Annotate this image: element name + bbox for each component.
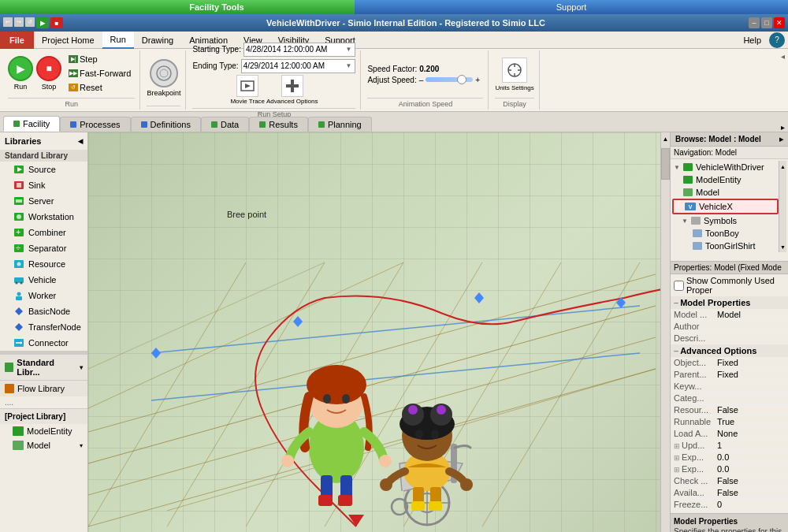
- tree-item-symbols[interactable]: ▼ Symbols: [672, 214, 779, 227]
- sidebar-item-transfernode[interactable]: TransferNode: [0, 319, 87, 335]
- svg-point-82: [380, 478, 392, 491]
- tab-processes[interactable]: Processes: [60, 117, 130, 132]
- tree-item-vehiclewithdriver[interactable]: ▼ VehicleWithDriver: [672, 161, 779, 173]
- svg-rect-63: [318, 495, 333, 506]
- canvas-vscrollbar[interactable]: ▲ ▼: [660, 132, 670, 532]
- tree-item-vehiclex[interactable]: V VehicleX: [672, 199, 779, 214]
- prop-object-type: Object... Fixed: [671, 357, 788, 369]
- reset-button[interactable]: ↺ Reset: [65, 81, 135, 94]
- speed-factor-value: 0.200: [419, 65, 439, 73]
- units-settings-label: Units Settings: [495, 84, 533, 91]
- sidebar-item-worker[interactable]: Worker: [0, 288, 87, 303]
- tree-scroll-up[interactable]: ▲: [779, 161, 786, 172]
- sidebar-item-source[interactable]: Source: [0, 162, 87, 177]
- flow-lib-button[interactable]: Flow Library: [0, 380, 87, 396]
- scroll-thumb-v[interactable]: [661, 148, 670, 180]
- tree-vscrollbar[interactable]: ▲ ▼: [779, 161, 786, 252]
- run-button[interactable]: ▶: [8, 56, 33, 81]
- speed-minus[interactable]: –: [419, 76, 424, 84]
- title-bar-controls: – □ ✕: [749, 17, 785, 28]
- sidebar-collapse-button[interactable]: ◂: [78, 136, 83, 147]
- step-button[interactable]: ▶| Step: [65, 53, 135, 65]
- speed-factor-label: Speed Factor:: [367, 65, 417, 73]
- tree-item-model[interactable]: Model: [672, 186, 779, 199]
- tree-arrow-symbols: ▼: [682, 218, 688, 225]
- model-props-section-header[interactable]: – Model Properties: [671, 296, 788, 309]
- svg-point-26: [16, 282, 18, 285]
- sidebar-item-resource[interactable]: Resource: [0, 256, 87, 272]
- title-bar: ↩ ↪ ↺ ▶ ■ VehicleWithDriver - Simio Inte…: [0, 14, 788, 32]
- sidebar-item-connector[interactable]: Connector: [0, 335, 87, 351]
- stop-button[interactable]: ■: [36, 56, 61, 81]
- tree-item-model-entity[interactable]: ModelEntity: [672, 173, 779, 186]
- sidebar-item-basicnode[interactable]: BasicNode: [0, 303, 87, 319]
- tab-bar: Facility Processes Definitions Data Resu…: [0, 112, 788, 132]
- project-home-menu[interactable]: Project Home: [34, 32, 102, 49]
- minimize-button[interactable]: –: [749, 17, 760, 28]
- fast-forward-button[interactable]: ▶▶ Fast-Forward: [65, 67, 135, 80]
- advanced-options-section-header[interactable]: – Advanced Options: [671, 344, 788, 357]
- speed-slider[interactable]: [426, 77, 473, 82]
- ribbon-collapse-button[interactable]: ◂: [781, 52, 785, 61]
- animation-speed-group-label: Animation Speed: [367, 98, 483, 108]
- svg-point-81: [431, 430, 439, 439]
- file-menu[interactable]: File: [0, 32, 34, 49]
- tree-item-toonboy[interactable]: ToonBoy: [672, 227, 779, 240]
- starting-type-combo[interactable]: 4/28/2014 12:00:00 AM ▼: [243, 43, 355, 57]
- prop-runnable: Runnable True: [671, 416, 788, 428]
- sidebar-item-combiner[interactable]: + Combiner: [0, 225, 87, 240]
- help-button[interactable]: Help: [735, 32, 769, 49]
- definitions-tab-label: Definitions: [151, 120, 191, 129]
- svg-point-59: [323, 394, 331, 404]
- tab-planning[interactable]: Planning: [308, 117, 372, 132]
- advanced-options-collapse[interactable]: –: [674, 346, 678, 355]
- advanced-options-button[interactable]: Advanced Options: [266, 75, 318, 105]
- tab-definitions[interactable]: Definitions: [131, 117, 201, 132]
- tab-facility[interactable]: Facility: [3, 116, 60, 132]
- sidebar-item-model[interactable]: Model ▾: [0, 438, 87, 452]
- breakpoint-group: Breakpoint: [142, 50, 186, 110]
- movie-trace-button[interactable]: Movie Trace: [230, 75, 265, 105]
- tree-scroll-down[interactable]: ▼: [779, 241, 786, 252]
- speed-plus[interactable]: +: [475, 76, 480, 84]
- sidebar-item-model-entity[interactable]: ModelEntity: [0, 424, 87, 438]
- close-button[interactable]: ✕: [774, 17, 785, 28]
- tree-arrow-vwd: ▼: [674, 164, 680, 171]
- sidebar-item-separator[interactable]: ÷ Separator: [0, 240, 87, 256]
- svg-point-80: [415, 430, 423, 439]
- model-props-collapse[interactable]: –: [674, 298, 678, 307]
- flowlib-icon: [5, 384, 14, 393]
- ending-type-combo[interactable]: 4/29/2014 12:00:00 AM ▼: [241, 59, 356, 73]
- scroll-up-arrow[interactable]: ▲: [661, 132, 670, 145]
- canvas-area[interactable]: Bree point: [88, 132, 670, 532]
- menu-bar: File Project Home Run Drawing Animation …: [0, 32, 788, 49]
- help-icon[interactable]: ?: [769, 32, 785, 48]
- breakpoint-button[interactable]: [150, 59, 178, 87]
- canvas-scroll-right[interactable]: ▸: [778, 123, 788, 132]
- sidebar-item-vehicle[interactable]: Vehicle: [0, 272, 87, 288]
- symbols-icon: [691, 217, 701, 225]
- run-menu[interactable]: Run: [102, 32, 134, 49]
- sidebar-item-workstation[interactable]: Workstation: [0, 209, 87, 225]
- restore-button[interactable]: □: [761, 17, 772, 28]
- standard-lib-expand-button[interactable]: Standard Libr... ▾: [0, 354, 87, 380]
- project-lib-header: [Project Library]: [0, 408, 87, 424]
- main-content: Libraries ◂ Standard Library Source Sink…: [0, 132, 788, 532]
- units-settings-button[interactable]: [502, 58, 527, 83]
- ribbon: ▶ Run ■ Stop ▶| Step ▶▶ Fast-Forward ↺ R…: [0, 49, 788, 112]
- sidebar-item-server[interactable]: Server: [0, 193, 87, 209]
- browse-expand-button[interactable]: ▸: [779, 135, 783, 143]
- worker-icon: [13, 290, 25, 301]
- animation-speed-group: Speed Factor: 0.200 Adjust Speed: – + An…: [362, 50, 489, 110]
- tab-data[interactable]: Data: [201, 117, 249, 132]
- separator-icon: ÷: [13, 243, 25, 254]
- source-icon: [13, 164, 25, 175]
- tree-item-toongirl[interactable]: ToonGirlShirt: [672, 240, 779, 252]
- display-group-label: Display: [495, 98, 533, 108]
- show-commonly-used-checkbox[interactable]: [674, 281, 684, 291]
- sidebar-item-sink[interactable]: Sink: [0, 177, 87, 193]
- tab-results[interactable]: Results: [249, 117, 308, 132]
- drawing-menu[interactable]: Drawing: [134, 32, 181, 49]
- run-label: Run: [14, 83, 28, 91]
- svg-marker-3: [245, 84, 251, 88]
